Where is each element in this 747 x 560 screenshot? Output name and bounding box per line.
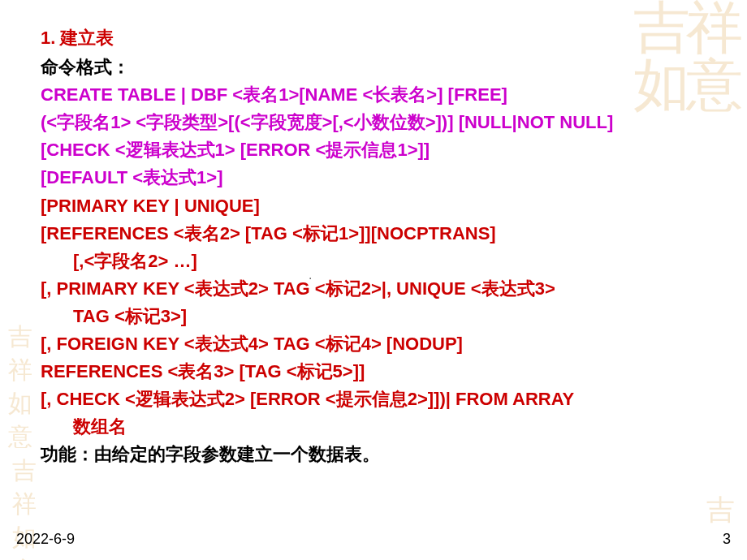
- watermark-char: 吉: [8, 323, 32, 350]
- watermark-char: 祥: [12, 490, 37, 517]
- watermark-char: 如: [8, 390, 32, 416]
- slide-content: 1. 建立表 命令格式： CREATE TABLE | DBF <表名1>[NA…: [41, 24, 715, 469]
- watermark-char: 吉: [706, 494, 735, 526]
- watermark-char: 祥: [8, 356, 32, 383]
- syntax-line-8: [, PRIMARY KEY <表达式2> TAG <标记2>|, UNIQUE…: [41, 275, 715, 303]
- footer-page-number: 3: [723, 531, 731, 548]
- command-format-label: 命令格式：: [41, 54, 715, 81]
- dot-mark: .: [309, 268, 312, 282]
- watermark-char: 意: [8, 423, 32, 450]
- syntax-line-1: CREATE TABLE | DBF <表名1>[NAME <长表名>] [FR…: [41, 81, 715, 109]
- section-title: 1. 建立表: [41, 24, 715, 52]
- syntax-line-6: [REFERENCES <表名2> [TAG <标记1>]][NOCPTRANS…: [41, 220, 715, 248]
- syntax-line-10: [, FOREIGN KEY <表达式4> TAG <标记4> [NODUP]: [41, 330, 715, 358]
- function-description: 功能：由给定的字段参数建立一个数据表。: [41, 441, 715, 468]
- slide-footer: 2022-6-9 3: [16, 531, 731, 548]
- footer-date: 2022-6-9: [16, 531, 75, 548]
- syntax-line-5: [PRIMARY KEY | UNIQUE]: [41, 192, 715, 220]
- watermark-char: 意: [12, 557, 37, 560]
- watermark-char: 吉: [12, 457, 37, 484]
- syntax-line-9: TAG <标记3>]: [41, 303, 715, 330]
- syntax-line-2: (<字段名1> <字段类型>[(<字段宽度>[,<小数位数>])] [NULL|…: [41, 109, 715, 136]
- syntax-line-4: [DEFAULT <表达式1>]: [41, 164, 715, 192]
- syntax-line-3: [CHECK <逻辑表达式1> [ERROR <提示信息1>]]: [41, 136, 715, 164]
- syntax-line-7: [,<字段名2> …]: [41, 248, 715, 275]
- syntax-line-11: REFERENCES <表名3> [TAG <标记5>]]: [41, 358, 715, 386]
- syntax-line-12: [, CHECK <逻辑表达式2> [ERROR <提示信息2>]])| FRO…: [41, 386, 715, 413]
- syntax-line-13: 数组名: [41, 413, 715, 441]
